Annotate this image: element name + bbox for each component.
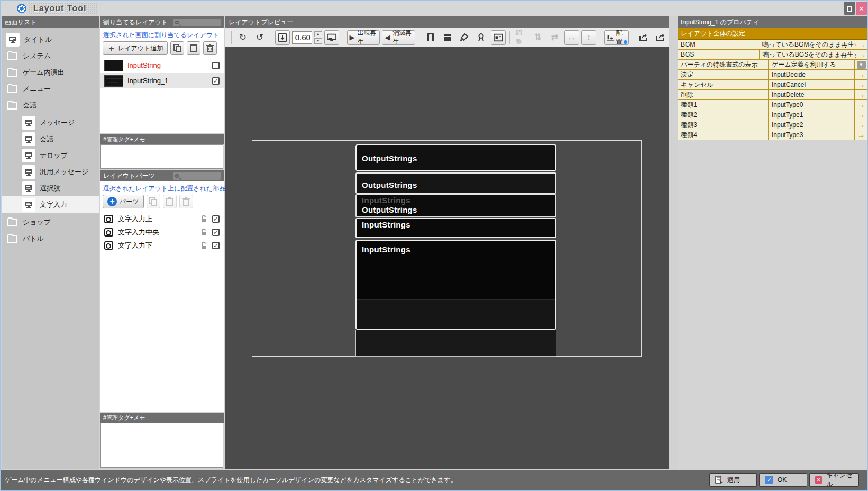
layout-item-inputstring-1[interactable]: InputString_1 ✓	[100, 73, 224, 88]
apply-button[interactable]: 適用	[709, 473, 757, 487]
copy-layout-button[interactable]	[170, 41, 184, 55]
adjust-button[interactable]: 調整	[514, 30, 528, 45]
preview-window-output-top[interactable]: OutputStrings	[355, 144, 556, 171]
unlock-icon[interactable]	[200, 241, 207, 249]
property-arrow-button[interactable]: →	[855, 130, 867, 140]
layout-parts-search[interactable]	[173, 172, 221, 180]
screen-item-text-input[interactable]: 文字入力	[2, 196, 99, 213]
property-dropdown-button[interactable]: ▼	[855, 60, 867, 69]
screen-list-title: 画面リスト	[5, 18, 96, 27]
property-arrow-button[interactable]: →	[855, 80, 867, 89]
screen-size-button[interactable]	[324, 30, 339, 45]
property-arrow-button[interactable]: →	[856, 50, 867, 59]
layout-item-inputstring[interactable]: InputString ✓	[100, 58, 224, 73]
screen-item-menu[interactable]: メニュー	[2, 80, 99, 97]
property-value[interactable]: InputDelete	[769, 90, 855, 99]
screen-item-message[interactable]: メッセージ	[2, 114, 99, 131]
unlock-icon[interactable]	[200, 228, 207, 236]
unlock-icon[interactable]	[200, 215, 207, 223]
screen-item-label: タイトル	[24, 35, 52, 44]
property-arrow-button[interactable]: →	[855, 90, 867, 99]
part-item-text-input-top[interactable]: 文字入力上 ✓	[100, 212, 224, 225]
preview-window-input-strip[interactable]: InputStrings	[355, 218, 556, 238]
part-visible-checkbox[interactable]: ✓	[212, 242, 220, 249]
spin-up-button[interactable]: ▲	[314, 31, 322, 37]
assign-layout-title: 割り当てるレイアウト	[103, 18, 173, 27]
flip-vertical-button[interactable]: ⇅	[531, 30, 545, 45]
screen-item-system[interactable]: システム	[2, 48, 99, 64]
property-arrow-button[interactable]: →	[855, 110, 867, 120]
play-disappear-button[interactable]: ◀ 消滅再生	[382, 30, 415, 45]
property-value[interactable]: ゲーム定義を利用する	[769, 60, 855, 69]
preview-window-output-second[interactable]: OutputStrings	[355, 172, 556, 194]
undo-button[interactable]: ↺	[252, 30, 267, 45]
screen-item-general-message[interactable]: 汎用メッセージ	[2, 163, 99, 180]
badge-button[interactable]	[474, 30, 489, 45]
preview-canvas[interactable]: OutputStrings OutputStrings InputStrings…	[225, 47, 669, 469]
parts-memo-box[interactable]	[100, 423, 223, 468]
copy-part-button[interactable]	[147, 195, 160, 208]
cancel-button[interactable]: ✕ キャンセル	[809, 473, 859, 487]
preview-window-bottom[interactable]	[355, 330, 556, 357]
layout-visible-checkbox[interactable]: ✓	[212, 77, 220, 85]
snap-magnet-button[interactable]	[423, 30, 438, 45]
delete-layout-button[interactable]	[203, 41, 217, 55]
arrange-button[interactable]: 配置	[604, 30, 629, 45]
export-button[interactable]	[637, 30, 652, 45]
assign-layout-search[interactable]	[173, 19, 221, 26]
grid-button[interactable]	[440, 30, 455, 45]
delete-part-button[interactable]	[179, 195, 193, 208]
paste-part-button[interactable]	[163, 195, 177, 208]
screen-item-telop[interactable]: テロップ	[2, 147, 99, 163]
layout-guide-button[interactable]	[491, 30, 506, 45]
stretch-vertical-button[interactable]: ↕	[581, 30, 596, 45]
import-button[interactable]	[654, 30, 669, 45]
maximize-button[interactable]	[844, 2, 855, 15]
property-row-decide: 決定 InputDecide →	[678, 70, 867, 80]
paste-layout-button[interactable]	[187, 41, 200, 55]
redo-button[interactable]: ↻	[235, 30, 250, 45]
screen-item-talk[interactable]: 会話	[2, 131, 99, 147]
screen-item-conversation-folder[interactable]: 会話	[2, 97, 99, 113]
preview-window-output-overlap[interactable]: InputStrings OutputStrings	[355, 194, 556, 217]
screen-item-shop[interactable]: ショップ	[2, 214, 99, 230]
add-part-button[interactable]: ＋ パーツ	[103, 195, 144, 208]
ok-button[interactable]: ✓ OK	[759, 473, 807, 487]
add-layout-button[interactable]: ＋ レイアウト追加	[103, 41, 168, 55]
property-arrow-button[interactable]: →	[855, 70, 867, 79]
property-arrow-button[interactable]: →	[855, 100, 867, 110]
property-value[interactable]: InputDecide	[769, 70, 855, 79]
screen-item-title[interactable]: タイトル	[2, 31, 99, 48]
brush-button[interactable]	[457, 30, 472, 45]
screen-item-choices[interactable]: 選択肢	[2, 180, 99, 196]
property-value[interactable]: 鳴っているBGMをそのまま再生する	[759, 40, 856, 49]
assign-layout-header: 割り当てるレイアウト	[100, 16, 224, 28]
property-value[interactable]: InputType1	[769, 110, 855, 120]
property-arrow-button[interactable]: →	[856, 40, 867, 49]
layout-visible-checkbox[interactable]: ✓	[212, 62, 220, 69]
arrow-right-icon: →	[858, 40, 865, 49]
preview-window-input-main[interactable]: InputStrings	[355, 240, 556, 330]
flip-horizontal-button[interactable]: ⇄	[547, 30, 562, 45]
assign-memo-box[interactable]	[100, 144, 223, 169]
property-arrow-button[interactable]: →	[855, 120, 867, 130]
zoom-input[interactable]: 0.60	[292, 31, 312, 44]
part-item-text-input-bottom[interactable]: 文字入力下 ✓	[100, 239, 224, 252]
screen-item-ingame[interactable]: ゲーム内演出	[2, 64, 99, 80]
screen-item-battle[interactable]: バトル	[2, 230, 99, 247]
property-value[interactable]: InputType0	[769, 100, 855, 110]
property-value[interactable]: InputCancel	[769, 80, 855, 89]
part-item-text-input-center[interactable]: 文字入力中央 ✓	[100, 225, 224, 239]
close-button[interactable]: ✕	[856, 2, 867, 15]
property-value[interactable]: 鳴っているBGSをそのまま再生する	[760, 50, 856, 59]
part-visible-checkbox[interactable]: ✓	[212, 215, 220, 223]
property-value[interactable]: InputType3	[769, 130, 855, 140]
play-appear-button[interactable]: ▶ 出現再生	[347, 30, 380, 45]
cancel-label: キャンセル	[826, 471, 853, 489]
stretch-horizontal-button[interactable]: ↔	[564, 30, 579, 45]
fit-to-window-button[interactable]	[275, 30, 290, 45]
spin-down-button[interactable]: ▼	[314, 38, 322, 44]
property-value[interactable]: InputType2	[769, 120, 855, 130]
preview-window-footer-strip	[357, 299, 555, 329]
part-visible-checkbox[interactable]: ✓	[212, 229, 220, 236]
